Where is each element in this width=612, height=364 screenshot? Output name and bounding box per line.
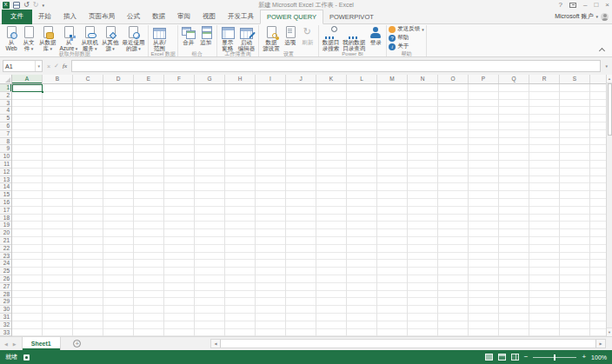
row-header-22[interactable]: 22 [0, 245, 11, 253]
zoom-level[interactable]: 100% [591, 354, 607, 361]
close-button[interactable]: × [605, 1, 609, 9]
row-header-26[interactable]: 26 [0, 275, 11, 283]
ribbon-button-append[interactable]: 追加 [197, 25, 215, 51]
scroll-up-icon[interactable]: ▲ [607, 75, 612, 83]
maximize-button[interactable]: □ [594, 1, 598, 9]
column-header-C[interactable]: C [73, 75, 103, 83]
insert-function-button[interactable]: fx [63, 63, 67, 69]
row-header-25[interactable]: 25 [0, 268, 11, 275]
column-header-Q[interactable]: Q [499, 75, 529, 83]
row-header-5[interactable]: 5 [0, 115, 11, 122]
tab-formulas[interactable]: 公式 [121, 10, 146, 23]
row-header-24[interactable]: 24 [0, 260, 11, 268]
tab-insert[interactable]: 插入 [57, 10, 83, 23]
column-header-M[interactable]: M [377, 75, 408, 83]
ribbon-button-show-pane[interactable]: 显示 窗格 [219, 25, 236, 51]
page-layout-view-button[interactable] [498, 354, 506, 361]
sheet-tab-sheet1[interactable]: Sheet1 [22, 337, 61, 350]
active-cell-selection[interactable] [12, 84, 43, 92]
row-header-1[interactable]: 1 [0, 84, 11, 92]
row-header-3[interactable]: 3 [0, 100, 11, 108]
row-header-30[interactable]: 30 [0, 306, 11, 314]
help-window-button[interactable]: ? [559, 1, 562, 9]
row-header-14[interactable]: 14 [0, 183, 11, 191]
row-header-20[interactable]: 20 [0, 229, 11, 237]
horizontal-scroll-thumb[interactable] [220, 340, 596, 347]
row-header-31[interactable]: 31 [0, 314, 11, 321]
column-header-A[interactable]: A [12, 75, 43, 83]
row-header-2[interactable]: 2 [0, 92, 11, 100]
column-header-S[interactable]: S [560, 75, 590, 83]
confirm-entry-button[interactable]: ✓ [54, 63, 59, 69]
zoom-out-button[interactable]: − [524, 354, 529, 361]
horizontal-scrollbar[interactable]: ◀ ▶ [210, 339, 606, 348]
row-header-23[interactable]: 23 [0, 253, 11, 261]
ribbon-button-from-online-services[interactable]: 从联机 服务 [79, 25, 100, 51]
ribbon-button-from-table-range[interactable]: 从表/ 范围 [150, 25, 168, 51]
column-header-H[interactable]: H [225, 75, 256, 83]
excel-app-icon[interactable] [3, 2, 10, 9]
ribbon-button-launch-editor[interactable]: 启动 编辑器 [236, 25, 257, 51]
tab-file[interactable]: 文件 [2, 10, 32, 24]
minimize-button[interactable]: – [583, 1, 587, 9]
tab-data[interactable]: 数据 [146, 10, 171, 23]
ribbon-button-send-feedback[interactable]: 发送反馈 [389, 25, 424, 33]
zoom-in-button[interactable]: + [582, 354, 586, 361]
row-header-11[interactable]: 11 [0, 161, 11, 169]
column-header-N[interactable]: N [408, 75, 438, 83]
column-header-L[interactable]: L [347, 75, 377, 83]
row-header-10[interactable]: 10 [0, 153, 11, 161]
save-button[interactable] [13, 2, 20, 9]
row-header-9[interactable]: 9 [0, 145, 11, 153]
row-header-27[interactable]: 27 [0, 283, 11, 291]
vertical-scroll-thumb[interactable] [608, 83, 612, 136]
row-header-18[interactable]: 18 [0, 215, 11, 222]
ribbon-button-from-file[interactable]: 从文 件 [20, 25, 37, 51]
select-all-corner[interactable] [0, 75, 12, 83]
next-sheet-icon[interactable]: ▶ [13, 341, 17, 347]
ribbon-button-from-database[interactable]: 从数据 库 [37, 25, 58, 51]
row-header-13[interactable]: 13 [0, 176, 11, 184]
name-box[interactable]: A1 ▾ [3, 60, 43, 72]
macro-record-button[interactable] [23, 354, 30, 361]
ribbon-button-about[interactable]: 关于 [389, 43, 409, 50]
ribbon-button-data-catalog-search[interactable]: 数据目 录搜索 [321, 25, 342, 51]
normal-view-button[interactable] [485, 354, 493, 361]
column-header-K[interactable]: K [316, 75, 347, 83]
tab-developer[interactable]: 开发工具 [222, 10, 260, 23]
row-header-33[interactable]: 33 [0, 329, 11, 337]
new-sheet-button[interactable] [73, 340, 81, 347]
row-header-21[interactable]: 21 [0, 237, 11, 245]
prev-sheet-icon[interactable]: ◀ [4, 341, 8, 347]
row-header-15[interactable]: 15 [0, 191, 11, 199]
row-header-7[interactable]: 7 [0, 130, 11, 138]
scroll-left-icon[interactable]: ◀ [211, 340, 220, 347]
column-header-I[interactable]: I [256, 75, 286, 83]
cancel-entry-button[interactable]: × [47, 63, 50, 69]
tab-home[interactable]: 开始 [32, 10, 57, 23]
redo-button[interactable]: ↻ [33, 1, 39, 10]
zoom-slider-thumb[interactable] [554, 354, 555, 361]
scroll-right-icon[interactable]: ▶ [596, 340, 605, 347]
undo-button[interactable]: ↺ [23, 1, 30, 10]
ribbon-display-options-button[interactable] [569, 3, 576, 8]
vertical-scrollbar[interactable]: ▲ ▼ [606, 75, 612, 336]
column-header-R[interactable]: R [529, 75, 560, 83]
name-box-dropdown-icon[interactable]: ▾ [35, 61, 40, 71]
row-header-6[interactable]: 6 [0, 122, 11, 130]
tab-review[interactable]: 审阅 [171, 10, 196, 23]
ribbon-button-my-data-catalog-queries[interactable]: 我的数据 目录查询 [341, 25, 367, 51]
ribbon-button-data-source-settings[interactable]: 数据 源设置 [261, 25, 282, 51]
column-header-F[interactable]: F [164, 75, 195, 83]
column-header-P[interactable]: P [469, 75, 499, 83]
row-header-19[interactable]: 19 [0, 222, 11, 229]
column-header-J[interactable]: J [286, 75, 316, 83]
ribbon-button-from-azure[interactable]: 从 Azure [58, 25, 80, 51]
ribbon-button-sign-in[interactable]: 登录 [367, 25, 384, 51]
account-area[interactable]: Microsoft 账户 ▾ [555, 12, 612, 21]
row-header-16[interactable]: 16 [0, 199, 11, 207]
column-header-E[interactable]: E [134, 75, 164, 83]
cell-grid[interactable] [12, 84, 612, 336]
expand-formula-bar-icon[interactable]: ▾ [603, 63, 609, 69]
row-header-17[interactable]: 17 [0, 207, 11, 215]
